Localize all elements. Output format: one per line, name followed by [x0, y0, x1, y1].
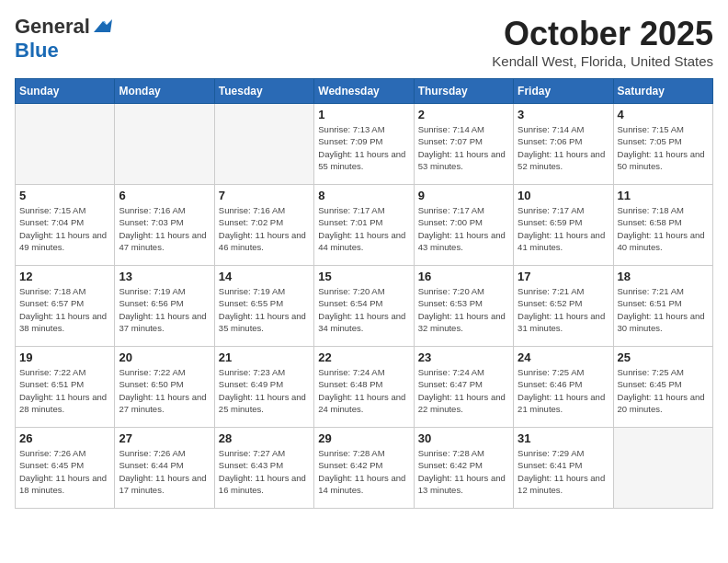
page-header: General Blue October 2025 Kendall West, … — [15, 15, 713, 69]
calendar-week-row: 19Sunrise: 7:22 AMSunset: 6:51 PMDayligh… — [16, 347, 713, 428]
svg-marker-0 — [94, 19, 112, 32]
day-number: 12 — [19, 270, 110, 283]
calendar-day-cell: 6Sunrise: 7:16 AMSunset: 7:03 PMDaylight… — [115, 185, 214, 266]
calendar-week-row: 12Sunrise: 7:18 AMSunset: 6:57 PMDayligh… — [16, 266, 713, 347]
calendar-day-cell: 29Sunrise: 7:28 AMSunset: 6:42 PMDayligh… — [314, 428, 414, 509]
calendar-day-cell: 19Sunrise: 7:22 AMSunset: 6:51 PMDayligh… — [16, 347, 115, 428]
day-info: Sunrise: 7:16 AMSunset: 7:02 PMDaylight:… — [219, 204, 310, 253]
logo-general: General — [15, 15, 90, 39]
logo-blue: Blue — [15, 39, 59, 63]
calendar-day-cell: 27Sunrise: 7:26 AMSunset: 6:44 PMDayligh… — [115, 428, 214, 509]
calendar-day-cell: 25Sunrise: 7:25 AMSunset: 6:45 PMDayligh… — [613, 347, 712, 428]
calendar-table: SundayMondayTuesdayWednesdayThursdayFrid… — [15, 78, 713, 509]
calendar-day-cell: 30Sunrise: 7:28 AMSunset: 6:42 PMDayligh… — [414, 428, 513, 509]
calendar-day-cell: 16Sunrise: 7:20 AMSunset: 6:53 PMDayligh… — [414, 266, 513, 347]
calendar-day-cell: 24Sunrise: 7:25 AMSunset: 6:46 PMDayligh… — [514, 347, 613, 428]
day-number: 17 — [518, 270, 609, 283]
calendar-day-cell: 26Sunrise: 7:26 AMSunset: 6:45 PMDayligh… — [16, 428, 115, 509]
day-info: Sunrise: 7:22 AMSunset: 6:51 PMDaylight:… — [19, 366, 110, 415]
day-number: 15 — [318, 270, 409, 283]
day-number: 11 — [618, 189, 709, 202]
calendar-day-cell: 3Sunrise: 7:14 AMSunset: 7:06 PMDaylight… — [514, 104, 613, 185]
calendar-day-cell: 28Sunrise: 7:27 AMSunset: 6:43 PMDayligh… — [214, 428, 313, 509]
day-info: Sunrise: 7:19 AMSunset: 6:56 PMDaylight:… — [119, 285, 210, 334]
day-info: Sunrise: 7:20 AMSunset: 6:53 PMDaylight:… — [418, 285, 509, 334]
day-number: 18 — [618, 270, 709, 283]
calendar-header-wednesday: Wednesday — [314, 79, 414, 104]
calendar-day-cell: 15Sunrise: 7:20 AMSunset: 6:54 PMDayligh… — [314, 266, 414, 347]
calendar-header-tuesday: Tuesday — [214, 79, 313, 104]
day-info: Sunrise: 7:23 AMSunset: 6:49 PMDaylight:… — [219, 366, 310, 415]
calendar-day-cell: 21Sunrise: 7:23 AMSunset: 6:49 PMDayligh… — [214, 347, 313, 428]
calendar-day-cell: 5Sunrise: 7:15 AMSunset: 7:04 PMDaylight… — [16, 185, 115, 266]
calendar-day-cell — [115, 104, 214, 185]
calendar-day-cell: 11Sunrise: 7:18 AMSunset: 6:58 PMDayligh… — [613, 185, 712, 266]
day-info: Sunrise: 7:21 AMSunset: 6:52 PMDaylight:… — [518, 285, 609, 334]
calendar-header-saturday: Saturday — [613, 79, 712, 104]
day-info: Sunrise: 7:17 AMSunset: 6:59 PMDaylight:… — [518, 204, 609, 253]
day-number: 25 — [618, 350, 709, 364]
day-number: 8 — [318, 189, 409, 202]
day-number: 7 — [219, 189, 310, 202]
day-info: Sunrise: 7:22 AMSunset: 6:50 PMDaylight:… — [119, 366, 210, 415]
day-info: Sunrise: 7:28 AMSunset: 6:42 PMDaylight:… — [418, 447, 509, 496]
calendar-week-row: 5Sunrise: 7:15 AMSunset: 7:04 PMDaylight… — [16, 185, 713, 266]
day-number: 19 — [19, 350, 110, 364]
day-number: 31 — [518, 431, 609, 445]
day-number: 4 — [618, 108, 709, 121]
day-info: Sunrise: 7:26 AMSunset: 6:45 PMDaylight:… — [19, 447, 110, 496]
day-number: 24 — [518, 350, 609, 364]
day-number: 6 — [119, 189, 210, 202]
calendar-day-cell — [214, 104, 313, 185]
calendar-day-cell: 31Sunrise: 7:29 AMSunset: 6:41 PMDayligh… — [514, 428, 613, 509]
calendar-header-thursday: Thursday — [414, 79, 513, 104]
calendar-week-row: 1Sunrise: 7:13 AMSunset: 7:09 PMDaylight… — [16, 104, 713, 185]
day-info: Sunrise: 7:25 AMSunset: 6:45 PMDaylight:… — [618, 366, 709, 415]
day-number: 9 — [418, 189, 509, 202]
day-number: 2 — [418, 108, 509, 121]
calendar-day-cell: 13Sunrise: 7:19 AMSunset: 6:56 PMDayligh… — [115, 266, 214, 347]
day-number: 22 — [318, 350, 409, 364]
calendar-day-cell: 8Sunrise: 7:17 AMSunset: 7:01 PMDaylight… — [314, 185, 414, 266]
day-number: 3 — [518, 108, 609, 121]
day-info: Sunrise: 7:16 AMSunset: 7:03 PMDaylight:… — [119, 204, 210, 253]
day-info: Sunrise: 7:24 AMSunset: 6:48 PMDaylight:… — [318, 366, 409, 415]
day-info: Sunrise: 7:18 AMSunset: 6:57 PMDaylight:… — [19, 285, 110, 334]
day-number: 28 — [219, 431, 310, 445]
day-info: Sunrise: 7:27 AMSunset: 6:43 PMDaylight:… — [219, 447, 310, 496]
logo-bird-icon — [92, 16, 114, 38]
day-info: Sunrise: 7:17 AMSunset: 7:01 PMDaylight:… — [318, 204, 409, 253]
day-number: 30 — [418, 431, 509, 445]
calendar-day-cell — [613, 428, 712, 509]
month-title: October 2025 — [492, 15, 713, 53]
day-info: Sunrise: 7:15 AMSunset: 7:05 PMDaylight:… — [618, 123, 709, 172]
day-info: Sunrise: 7:29 AMSunset: 6:41 PMDaylight:… — [518, 447, 609, 496]
calendar-day-cell: 10Sunrise: 7:17 AMSunset: 6:59 PMDayligh… — [514, 185, 613, 266]
calendar-header-friday: Friday — [514, 79, 613, 104]
calendar-day-cell: 23Sunrise: 7:24 AMSunset: 6:47 PMDayligh… — [414, 347, 513, 428]
day-info: Sunrise: 7:15 AMSunset: 7:04 PMDaylight:… — [19, 204, 110, 253]
day-number: 27 — [119, 431, 210, 445]
day-info: Sunrise: 7:17 AMSunset: 7:00 PMDaylight:… — [418, 204, 509, 253]
day-info: Sunrise: 7:18 AMSunset: 6:58 PMDaylight:… — [618, 204, 709, 253]
day-info: Sunrise: 7:20 AMSunset: 6:54 PMDaylight:… — [318, 285, 409, 334]
day-info: Sunrise: 7:24 AMSunset: 6:47 PMDaylight:… — [418, 366, 509, 415]
location: Kendall West, Florida, United States — [492, 53, 713, 69]
day-info: Sunrise: 7:26 AMSunset: 6:44 PMDaylight:… — [119, 447, 210, 496]
day-info: Sunrise: 7:28 AMSunset: 6:42 PMDaylight:… — [318, 447, 409, 496]
day-number: 26 — [19, 431, 110, 445]
calendar-header-monday: Monday — [115, 79, 214, 104]
calendar-day-cell: 9Sunrise: 7:17 AMSunset: 7:00 PMDaylight… — [414, 185, 513, 266]
calendar-header-row: SundayMondayTuesdayWednesdayThursdayFrid… — [16, 79, 713, 104]
calendar-day-cell: 22Sunrise: 7:24 AMSunset: 6:48 PMDayligh… — [314, 347, 414, 428]
day-info: Sunrise: 7:21 AMSunset: 6:51 PMDaylight:… — [618, 285, 709, 334]
calendar-day-cell: 17Sunrise: 7:21 AMSunset: 6:52 PMDayligh… — [514, 266, 613, 347]
day-number: 1 — [318, 108, 409, 121]
title-area: October 2025 Kendall West, Florida, Unit… — [492, 15, 713, 69]
calendar-day-cell: 2Sunrise: 7:14 AMSunset: 7:07 PMDaylight… — [414, 104, 513, 185]
calendar-day-cell: 14Sunrise: 7:19 AMSunset: 6:55 PMDayligh… — [214, 266, 313, 347]
day-number: 10 — [518, 189, 609, 202]
day-number: 14 — [219, 270, 310, 283]
day-number: 16 — [418, 270, 509, 283]
day-number: 23 — [418, 350, 509, 364]
